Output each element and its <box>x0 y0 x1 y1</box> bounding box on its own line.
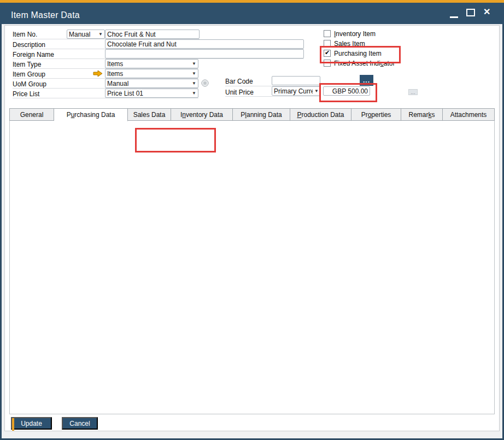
foreign-name-input[interactable] <box>105 49 304 58</box>
window-titlebar: Item Master Data <box>0 3 504 24</box>
item-no-mode-dropdown[interactable]: Manual <box>67 30 105 39</box>
price-more-button[interactable]: ... <box>408 89 418 95</box>
update-button[interactable]: Update <box>11 417 52 430</box>
tab-properties[interactable]: Properties <box>351 108 401 121</box>
uom-group-label: UoM Group <box>13 80 46 88</box>
tab-general[interactable]: General <box>9 108 54 121</box>
item-master-data-window: Item Master Data ✕ Item No. Manual Descr… <box>0 0 504 440</box>
tab-bar: General Purchasing Data Sales Data Inven… <box>9 108 495 121</box>
purchasing-item-checkbox[interactable] <box>324 50 331 57</box>
sales-item-label: Sales Item <box>334 40 365 48</box>
price-list-dropdown[interactable]: Price List 01 <box>105 89 198 98</box>
cancel-button[interactable]: Cancel <box>62 417 98 430</box>
choose-from-list-icon[interactable] <box>201 79 209 87</box>
item-no-label: Item No. <box>13 31 37 38</box>
description-label: Description <box>13 41 45 49</box>
item-group-label: Item Group <box>13 71 45 78</box>
link-arrow-icon[interactable] <box>93 70 103 77</box>
tab-purchasing-data[interactable]: Purchasing Data <box>54 108 128 121</box>
purchasing-item-label: Purchasing Item <box>334 50 382 57</box>
tab-sales-data[interactable]: Sales Data <box>128 108 171 121</box>
unit-price-label: Unit Price <box>225 89 254 96</box>
purchasing-data-panel <box>9 120 495 414</box>
unit-price-currency-dropdown[interactable]: Primary Curren <box>272 86 321 96</box>
tab-production-data[interactable]: Production Data <box>290 108 351 121</box>
tab-remarks[interactable]: Remarks <box>401 108 443 121</box>
fixed-asset-checkbox[interactable] <box>324 60 331 67</box>
close-icon[interactable]: ✕ <box>483 7 490 17</box>
inventory-item-label: Inventory Item <box>334 30 376 38</box>
item-type-label: Item Type <box>13 61 41 68</box>
price-list-label: Price List <box>13 90 39 98</box>
bar-code-label: Bar Code <box>225 78 253 85</box>
maximize-icon[interactable] <box>466 9 475 16</box>
bar-code-more-button[interactable]: ... <box>360 75 373 86</box>
description-input[interactable] <box>105 39 304 49</box>
item-type-dropdown[interactable]: Items <box>105 59 198 68</box>
fixed-asset-label: Fixed Asset Indicator <box>334 60 395 67</box>
tab-attachments[interactable]: Attachments <box>443 108 495 121</box>
inventory-item-checkbox[interactable] <box>324 30 331 37</box>
update-button-accent <box>12 418 14 431</box>
bar-code-input[interactable] <box>272 76 320 85</box>
item-no-input[interactable] <box>105 30 200 39</box>
sales-item-checkbox[interactable] <box>324 40 331 47</box>
minimize-icon[interactable] <box>450 16 458 18</box>
unit-price-input[interactable] <box>323 86 370 96</box>
item-group-dropdown[interactable]: Items <box>105 69 198 78</box>
tab-inventory-data[interactable]: Inventory Data <box>171 108 233 121</box>
tab-planning-data[interactable]: Planning Data <box>233 108 290 121</box>
window-title: Item Master Data <box>11 10 80 20</box>
uom-group-dropdown[interactable]: Manual <box>105 79 198 88</box>
window-border-left <box>0 24 2 440</box>
foreign-name-label: Foreign Name <box>13 51 54 58</box>
